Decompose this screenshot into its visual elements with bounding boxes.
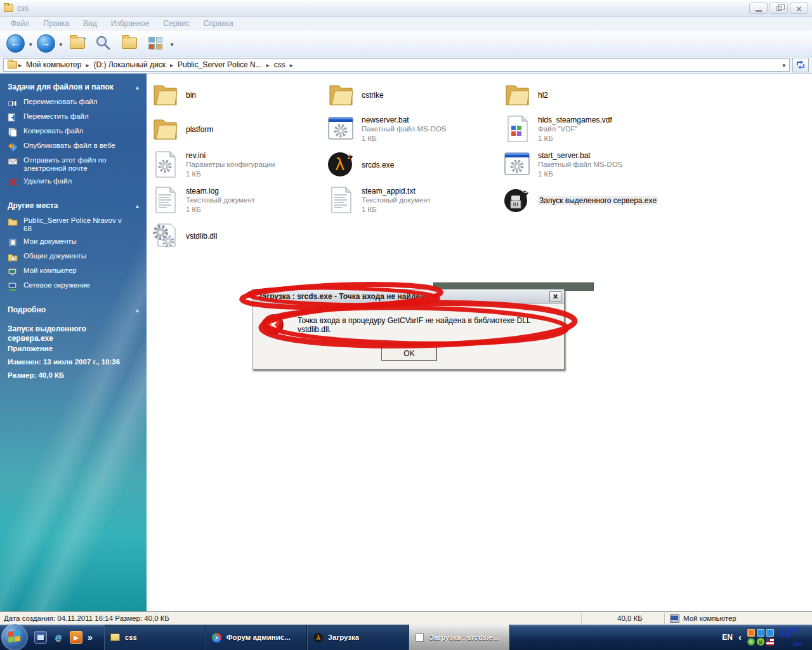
tray-antivirus-icon[interactable]: [747, 638, 755, 646]
task-rename-file[interactable]: Переименовать файл: [8, 98, 140, 108]
menu-view[interactable]: Вид: [76, 19, 104, 28]
tray-network-icon[interactable]: [766, 629, 774, 637]
shared-documents-icon: [8, 252, 18, 262]
internet-explorer-icon[interactable]: e: [52, 631, 65, 644]
windows-logo-icon: [8, 630, 20, 642]
folders-icon[interactable]: [119, 34, 140, 53]
dedicated-server-icon: S: [502, 185, 532, 215]
minimize-icon: [756, 10, 762, 12]
ok-button[interactable]: OK: [381, 345, 437, 361]
dll-file-icon: [150, 221, 180, 250]
details-file-name: Запуск выделенного сервера.exe: [8, 324, 122, 343]
file-platform[interactable]: platform: [150, 114, 319, 143]
tray-collapse-icon[interactable]: [738, 632, 742, 643]
collapse-arrow-icon[interactable]: [134, 201, 140, 210]
file-steam-appid-txt[interactable]: steam_appid.txt Текстовый документ 1 КБ: [326, 185, 495, 215]
file-steam-log[interactable]: steam.log Текстовый документ 1 КБ: [150, 185, 319, 215]
task-zagruzka[interactable]: λ Загрузка: [307, 625, 409, 650]
file-start-server-bat[interactable]: start_server.bat Пакетный файл MS-DOS 1 …: [502, 150, 671, 179]
menu-edit[interactable]: Правка: [37, 19, 77, 28]
breadcrumb-public-server[interactable]: Public_Server Police N...: [174, 60, 265, 69]
language-indicator[interactable]: EN: [722, 633, 733, 642]
folder-icon: [8, 216, 18, 227]
media-player-icon[interactable]: [70, 631, 82, 644]
task-forum[interactable]: Форум админис...: [206, 625, 307, 650]
task-error-dialog[interactable]: Загрузка : srcds.e...: [409, 625, 510, 650]
task-copy-file[interactable]: Копировать файл: [8, 127, 140, 137]
publish-web-icon: [8, 142, 18, 152]
details-section: Подробно Запуск выделенного сервера.exe …: [8, 305, 140, 379]
error-icon: [263, 314, 284, 335]
address-dropdown-icon[interactable]: [782, 60, 785, 69]
tray-flag-icon[interactable]: [766, 638, 774, 646]
file-vstdlib-dll[interactable]: vstdlib.dll: [150, 221, 319, 250]
place-my-computer[interactable]: Мой компьютер: [8, 267, 140, 277]
details-header[interactable]: Подробно: [8, 305, 140, 314]
details-size: Размер: 40,0 КБ: [8, 371, 140, 379]
task-delete-file[interactable]: Удалить файл: [8, 177, 140, 187]
other-places-section: Другие места Public_Server Police Nravov…: [8, 201, 140, 291]
file-srcds-exe[interactable]: λ2 srcds.exe: [326, 150, 495, 179]
my-documents-icon: [8, 237, 18, 248]
menu-favorites[interactable]: Избранное: [104, 19, 157, 28]
place-my-documents[interactable]: Мои документы: [8, 237, 140, 248]
other-places-header[interactable]: Другие места: [8, 201, 140, 210]
crumb-arrow-icon: [86, 60, 89, 69]
address-field[interactable]: Мой компьютер (D:) Локальный диск Public…: [3, 58, 790, 72]
go-refresh-icon[interactable]: [792, 58, 809, 72]
quick-launch-chevron-icon[interactable]: [88, 632, 93, 643]
place-parent-folder[interactable]: Public_Server Police Nravov v 68: [8, 216, 140, 233]
show-desktop-icon[interactable]: [34, 631, 47, 644]
place-shared-documents[interactable]: Общие документы: [8, 252, 140, 262]
file-hl2[interactable]: hl2: [502, 80, 671, 109]
collapse-arrow-icon[interactable]: [134, 83, 140, 91]
forward-icon[interactable]: →: [37, 34, 55, 53]
back-dropdown-icon[interactable]: [29, 37, 32, 49]
details-file-type: Приложение: [8, 345, 140, 352]
folder-up-icon[interactable]: ↑: [67, 34, 88, 53]
rename-icon: [8, 98, 18, 108]
close-button[interactable]: [790, 3, 808, 14]
task-css[interactable]: css: [104, 625, 206, 650]
file-newserver-bat[interactable]: newserver.bat Пакетный файл MS-DOS 1 КБ: [326, 114, 495, 143]
views-dropdown-icon[interactable]: [171, 37, 174, 49]
menu-file[interactable]: Файл: [4, 19, 37, 28]
breadcrumb-css[interactable]: css: [271, 60, 289, 69]
breadcrumb-my-computer[interactable]: Мой компьютер: [23, 60, 84, 69]
dialog-close-icon[interactable]: [549, 291, 561, 302]
folder-icon: [326, 80, 355, 109]
file-bin[interactable]: bin: [150, 80, 319, 109]
vdf-file-icon: [502, 114, 532, 143]
svg-text:λ: λ: [335, 155, 344, 174]
tray-utorrent-icon[interactable]: µ: [757, 638, 764, 646]
task-email-file[interactable]: Отправить этот файл по электронной почте: [8, 156, 140, 173]
file-cstrike[interactable]: cstrike: [326, 80, 495, 109]
file-tasks-section: Задачи для файлов и папок Переименовать …: [8, 83, 140, 187]
menu-help[interactable]: Справка: [197, 19, 240, 28]
file-tasks-header[interactable]: Задачи для файлов и папок: [8, 83, 140, 91]
copy-icon: [8, 127, 18, 137]
place-network[interactable]: Сетевое окружение: [8, 281, 140, 291]
start-button[interactable]: [1, 624, 28, 650]
collapse-arrow-icon[interactable]: [134, 305, 140, 314]
file-rev-ini[interactable]: rev.ini Параметры конфигурации 1 КБ: [150, 150, 319, 179]
minimize-button[interactable]: [749, 3, 768, 14]
file-hlds-steamgames-vdf[interactable]: hlds_steamgames.vdf Файл "VDF" 1 КБ: [502, 114, 671, 143]
address-bar: Мой компьютер (D:) Локальный диск Public…: [0, 56, 812, 74]
tray-network-icon[interactable]: [757, 629, 764, 637]
tray-app-icon[interactable]: [747, 629, 755, 637]
views-icon[interactable]: [145, 34, 166, 53]
details-title: Подробно: [8, 305, 46, 314]
taskbar-clock[interactable]: 1120 Вт: [780, 627, 807, 647]
file-run-dedicated-server-exe[interactable]: S Запуск выделенного сервера.exe: [502, 185, 693, 215]
task-publish-file[interactable]: Опубликовать файл в вебе: [8, 142, 140, 152]
breadcrumb-drive-d[interactable]: (D:) Локальный диск: [90, 60, 169, 69]
forward-dropdown-icon[interactable]: [60, 37, 63, 49]
task-pane-sidebar: Задачи для файлов и папок Переименовать …: [0, 74, 147, 611]
search-icon[interactable]: [93, 34, 114, 53]
menu-tools[interactable]: Сервис: [157, 19, 197, 28]
maximize-button[interactable]: [769, 3, 788, 14]
window-icon: [415, 632, 425, 642]
back-icon[interactable]: ←: [6, 34, 25, 53]
task-move-file[interactable]: Переместить файл: [8, 112, 140, 123]
